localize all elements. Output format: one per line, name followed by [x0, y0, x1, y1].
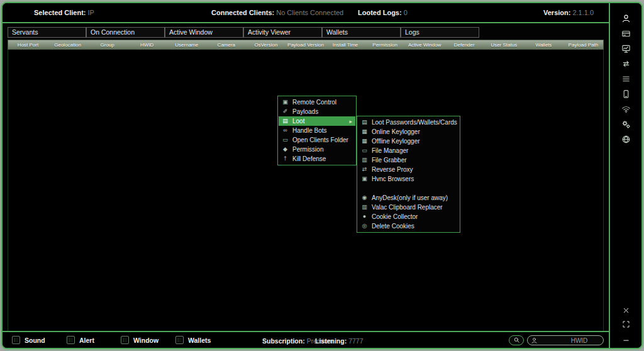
minimize-button[interactable] — [620, 333, 631, 343]
menu-item-label: Hvnc Browsers — [372, 176, 414, 182]
alert-checkbox[interactable] — [67, 336, 75, 344]
sidebar-tool-network-icon[interactable] — [618, 131, 634, 147]
tab-servants[interactable]: Servants — [8, 27, 86, 38]
menu-item-label: Handle Bots — [292, 127, 326, 134]
close-button[interactable] — [620, 306, 631, 315]
column-header-payload-path[interactable]: Payload Path — [564, 40, 603, 49]
tab-wallets[interactable]: Wallets — [322, 27, 401, 38]
clients-table-body[interactable] — [8, 50, 604, 331]
menu-item-kill-defense[interactable]: †Kill Defense — [279, 154, 355, 164]
tab-activity-viewer[interactable]: Activity Viewer — [243, 27, 322, 38]
sound-checkbox[interactable] — [12, 336, 20, 344]
sidebar-tools — [618, 11, 634, 147]
menu-item-label: Cookie Collector — [372, 213, 418, 220]
menu-item-permission[interactable]: ◆Permission — [279, 145, 355, 154]
window-checkbox[interactable] — [121, 336, 129, 344]
minimize-icon — [622, 334, 630, 342]
menu-item-label: Permission — [292, 146, 323, 153]
column-header-camera[interactable]: Camera — [206, 40, 246, 49]
menu-item-open-clients-folder[interactable]: ▭Open Clients Folder — [279, 135, 355, 145]
menu-item-payloads[interactable]: ✐Payloads — [279, 107, 355, 116]
top-status-bar: Selected Client:IP Connected Clients:No … — [3, 3, 609, 23]
menu-item-delete-cookies[interactable]: ◎Delete Cookies — [358, 221, 459, 231]
sidebar-tool-gears-icon[interactable] — [618, 116, 634, 131]
user-avatar-icon — [531, 337, 538, 344]
menu-item-label: Remote Control — [292, 99, 336, 106]
cookie-delete-icon: ◎ — [361, 223, 368, 229]
sidebar-tool-list-icon[interactable] — [618, 71, 634, 86]
table-header: Host PortGeolocationGroupHWIDUsernameCam… — [8, 40, 604, 50]
version-label: Version: — [543, 9, 570, 16]
sidebar-tool-card-icon[interactable] — [618, 26, 634, 41]
toggle-window: Window — [121, 336, 158, 344]
wallets-checkbox[interactable] — [175, 336, 184, 344]
magnifier-icon — [513, 335, 520, 346]
menu-item-valac-clipboard-replacer[interactable]: ▥Valac Clipboard Replacer — [358, 203, 459, 212]
menu-item-loot[interactable]: ▤Loot▸ — [279, 116, 355, 126]
checkbox-label: Alert — [79, 337, 94, 344]
browser-icon: ▣ — [361, 176, 368, 182]
column-header-payload-version[interactable]: Payload Version — [286, 40, 325, 49]
keyboard-icon: ▦ — [361, 129, 368, 135]
hwid-search-input[interactable] — [538, 337, 621, 344]
sidebar-tool-wifi-icon[interactable] — [618, 101, 634, 116]
anydesk-icon: ◉ — [361, 195, 368, 201]
menu-item-offline-keylogger[interactable]: ▦Offline Keylogger — [358, 136, 459, 146]
column-header-group[interactable]: Group — [87, 40, 127, 49]
hwid-search-pill[interactable] — [527, 335, 604, 345]
app-window: Selected Client:IP Connected Clients:No … — [1, 2, 643, 349]
menu-item-online-keylogger[interactable]: ▦Online Keylogger — [358, 127, 459, 136]
column-header-user-status[interactable]: User Status — [484, 40, 524, 49]
version-info: Version:2.1.1.0 — [543, 9, 594, 16]
column-header-geolocation[interactable]: Geolocation — [48, 40, 87, 49]
column-header-install-time[interactable]: Install Time — [326, 40, 365, 49]
search-area — [509, 335, 604, 345]
column-header-hwid[interactable]: HWID — [127, 40, 167, 49]
menu-item-label: Open Clients Folder — [292, 136, 348, 143]
sidebar-tool-device-icon[interactable] — [618, 86, 634, 101]
version-value: 2.1.1.0 — [572, 9, 594, 16]
connected-clients-info: Connected Clients:No Clients Connected — [211, 9, 343, 16]
menu-item-loot-passwords-wallets-cards[interactable]: ▤Loot Passwords/Wallets/Cards — [358, 118, 459, 127]
menu-item-file-manager[interactable]: ▭File Manager — [358, 146, 459, 155]
checkbox-label: Window — [133, 337, 158, 344]
maximize-button[interactable] — [620, 320, 631, 329]
tab-active-window[interactable]: Active Window — [165, 27, 243, 38]
column-header-host-port[interactable]: Host Port — [8, 40, 48, 49]
menu-item-label: File Manager — [372, 147, 408, 154]
selected-client-info: Selected Client:IP — [34, 9, 94, 16]
menu-item-handle-bots[interactable]: ∞Handle Bots — [279, 126, 355, 135]
column-header-wallets[interactable]: Wallets — [524, 40, 564, 49]
menu-item-remote-control[interactable]: ▣Remote Control — [279, 98, 355, 107]
card-glyph-icon: ▤ — [361, 120, 368, 125]
menu-item-reverse-proxy[interactable]: ⇄Reverse Proxy — [358, 165, 459, 174]
loot-submenu: ▤Loot Passwords/Wallets/Cards▦Online Key… — [357, 116, 460, 233]
listening-label: Listening: — [315, 337, 347, 345]
looted-logs-value: 0 — [404, 9, 408, 16]
listening-info: Listening:7777 — [315, 337, 364, 345]
sidebar-tool-monitor-icon[interactable] — [618, 41, 634, 56]
sidebar-tool-user-icon[interactable] — [618, 11, 634, 26]
menu-item-file-grabber[interactable]: ▥File Grabber — [358, 155, 459, 165]
column-header-username[interactable]: Username — [167, 40, 206, 49]
maximize-icon — [622, 320, 630, 328]
shield-icon: ◆ — [282, 147, 289, 152]
menu-item-cookie-collector[interactable]: ●Cookie Collector — [358, 212, 459, 221]
column-header-osversion[interactable]: OsVersion — [246, 40, 286, 49]
tab-logs[interactable]: Logs — [401, 27, 479, 38]
menu-item-hvnc-browsers[interactable]: ▣Hvnc Browsers — [358, 174, 459, 184]
keyboard-icon: ▦ — [361, 138, 368, 144]
search-button[interactable] — [509, 335, 524, 345]
tab-on-connection[interactable]: On Connection — [86, 27, 165, 38]
menu-item-anydesk-only-if-user-away[interactable]: ◉AnyDesk(only if user away) — [358, 193, 459, 203]
sidebar-tool-sync-icon[interactable] — [618, 56, 634, 71]
subscription-label: Subscription: — [262, 337, 305, 345]
column-header-defender[interactable]: Defender — [445, 40, 484, 49]
cookie-icon: ● — [361, 214, 368, 220]
submenu-divider — [358, 184, 459, 193]
column-header-permission[interactable]: Permission — [365, 40, 405, 49]
toggle-wallets: Wallets — [175, 336, 211, 344]
toggle-alert: Alert — [67, 336, 94, 344]
folder-icon: ▭ — [361, 148, 368, 153]
column-header-active-window[interactable]: Active Window — [405, 40, 445, 49]
